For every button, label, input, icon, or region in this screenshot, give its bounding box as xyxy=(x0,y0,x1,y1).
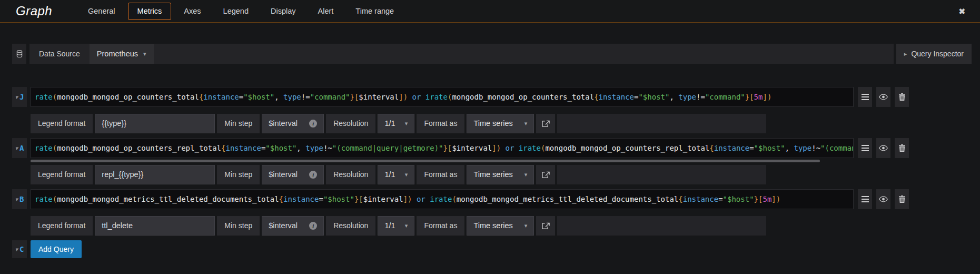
query-options-row: Legend format {{type}} Min step $interva… xyxy=(31,114,766,133)
tab-legend[interactable]: Legend xyxy=(214,3,258,20)
tab-metrics[interactable]: Metrics xyxy=(128,3,172,20)
query-expression-field[interactable]: rate(mongodb_mongod_op_counters_repl_tot… xyxy=(31,138,854,158)
chevron-down-icon: ▾ xyxy=(15,246,18,253)
close-icon[interactable]: ✖ xyxy=(958,7,965,15)
hamburger-icon xyxy=(862,94,869,101)
chevron-down-icon: ▾ xyxy=(405,114,408,133)
query-ref-letter: J xyxy=(19,93,24,101)
format-as-select[interactable]: Time series ▾ xyxy=(467,165,534,184)
query-menu-button[interactable] xyxy=(858,138,872,158)
query-expression-field[interactable]: rate(mongodb_mongod_op_counters_total{in… xyxy=(31,87,854,107)
format-as-label: Format as xyxy=(417,216,464,236)
share-query-button[interactable] xyxy=(536,114,555,133)
options-filler xyxy=(557,114,766,133)
external-link-icon xyxy=(542,171,550,179)
add-query-row: ▾ C Add Query xyxy=(12,240,980,258)
format-as-value: Time series xyxy=(473,114,512,133)
toggle-query-visibility-button[interactable] xyxy=(876,87,890,107)
tab-alert[interactable]: Alert xyxy=(309,3,343,20)
trash-icon xyxy=(899,93,905,101)
query-collapse-toggle[interactable]: ▾ A xyxy=(12,138,27,158)
query-row: ▾ A rate(mongodb_mongod_op_counters_repl… xyxy=(12,138,909,158)
format-as-label: Format as xyxy=(417,165,464,184)
datasource-label: Data Source xyxy=(29,44,90,64)
format-as-value: Time series xyxy=(473,165,512,184)
legend-format-input[interactable]: repl_{{type}} xyxy=(95,165,215,184)
query-menu-button[interactable] xyxy=(858,87,872,107)
query-ref-letter: C xyxy=(19,245,24,253)
datasource-bar: Data Source Prometheus ▾ xyxy=(29,44,894,64)
chevron-down-icon: ▾ xyxy=(524,217,528,235)
format-as-value: Time series xyxy=(473,217,512,235)
add-query-toggle[interactable]: ▾ C xyxy=(12,240,27,258)
query-editor: ▾ J rate(mongodb_mongod_op_counters_tota… xyxy=(12,87,909,236)
min-step-input[interactable]: $interval i xyxy=(262,114,324,133)
panel-type-title: Graph xyxy=(16,4,73,18)
resolution-select[interactable]: 1/1 ▾ xyxy=(378,114,414,133)
delete-query-button[interactable] xyxy=(895,138,909,158)
query-inspector-button[interactable]: ▸ Query Inspector xyxy=(896,44,972,64)
add-query-button[interactable]: Add Query xyxy=(31,240,82,258)
datasource-value: Prometheus xyxy=(97,44,138,64)
resolution-label: Resolution xyxy=(326,216,375,236)
query-collapse-toggle[interactable]: ▾ J xyxy=(12,87,27,107)
tab-axes[interactable]: Axes xyxy=(174,3,210,20)
query-collapse-toggle[interactable]: ▾ B xyxy=(12,189,27,209)
info-icon: i xyxy=(309,120,317,128)
chevron-down-icon: ▾ xyxy=(15,145,18,152)
query-block: ▾ J rate(mongodb_mongod_op_counters_tota… xyxy=(12,87,909,133)
eye-icon xyxy=(879,94,888,100)
min-step-value: $interval xyxy=(269,217,298,235)
query-ref-letter: B xyxy=(19,195,24,203)
tab-time-range[interactable]: Time range xyxy=(346,3,403,20)
delete-query-button[interactable] xyxy=(895,87,909,107)
query-expression: rate(mongodb_mongod_metrics_ttl_deleted_… xyxy=(31,190,853,209)
min-step-label: Min step xyxy=(217,216,260,236)
share-query-button[interactable] xyxy=(536,165,555,184)
query-actions xyxy=(854,138,909,158)
info-icon: i xyxy=(309,222,317,230)
query-block: ▾ B rate(mongodb_mongod_metrics_ttl_dele… xyxy=(12,189,909,236)
datasource-icon-button[interactable] xyxy=(12,44,26,64)
resolution-value: 1/1 xyxy=(384,114,395,133)
chevron-down-icon: ▾ xyxy=(524,114,528,133)
query-expression-field[interactable]: rate(mongodb_mongod_metrics_ttl_deleted_… xyxy=(31,189,854,209)
share-query-button[interactable] xyxy=(536,216,555,236)
min-step-label: Min step xyxy=(217,114,260,133)
query-ref-letter: A xyxy=(19,144,24,152)
format-as-select[interactable]: Time series ▾ xyxy=(467,114,534,133)
legend-format-label: Legend format xyxy=(31,216,93,236)
min-step-input[interactable]: $interval i xyxy=(262,216,324,236)
tab-general[interactable]: General xyxy=(78,3,125,20)
resolution-select[interactable]: 1/1 ▾ xyxy=(378,165,414,184)
min-step-input[interactable]: $interval i xyxy=(262,165,324,184)
query-h-scrollbar[interactable] xyxy=(31,160,820,162)
resolution-select[interactable]: 1/1 ▾ xyxy=(378,216,414,236)
legend-format-input[interactable]: {{type}} xyxy=(95,114,215,133)
legend-format-label: Legend format xyxy=(31,165,93,184)
database-icon xyxy=(15,50,24,58)
query-expression: rate(mongodb_mongod_op_counters_repl_tot… xyxy=(31,139,853,158)
query-block: ▾ A rate(mongodb_mongod_op_counters_repl… xyxy=(12,138,909,184)
resolution-value: 1/1 xyxy=(384,217,395,235)
tab-display[interactable]: Display xyxy=(261,3,305,20)
toggle-query-visibility-button[interactable] xyxy=(876,189,890,209)
chevron-down-icon: ▾ xyxy=(524,165,528,184)
query-menu-button[interactable] xyxy=(858,189,872,209)
legend-format-input[interactable]: ttl_delete xyxy=(95,216,215,236)
chevron-down-icon: ▾ xyxy=(143,44,146,64)
delete-query-button[interactable] xyxy=(895,189,909,209)
format-as-select[interactable]: Time series ▾ xyxy=(467,216,534,236)
editor-header: Graph GeneralMetricsAxesLegendDisplayAle… xyxy=(0,0,980,23)
options-filler xyxy=(557,216,766,236)
query-row: ▾ J rate(mongodb_mongod_op_counters_tota… xyxy=(12,87,909,107)
tab-bar: GeneralMetricsAxesLegendDisplayAlertTime… xyxy=(77,0,405,22)
options-filler xyxy=(557,165,766,184)
toggle-query-visibility-button[interactable] xyxy=(876,138,890,158)
eye-icon xyxy=(879,145,888,151)
trash-icon xyxy=(899,144,905,152)
query-row: ▾ B rate(mongodb_mongod_metrics_ttl_dele… xyxy=(12,189,909,209)
format-as-label: Format as xyxy=(417,114,464,133)
datasource-select[interactable]: Prometheus ▾ xyxy=(90,44,154,64)
external-link-icon xyxy=(542,120,550,128)
